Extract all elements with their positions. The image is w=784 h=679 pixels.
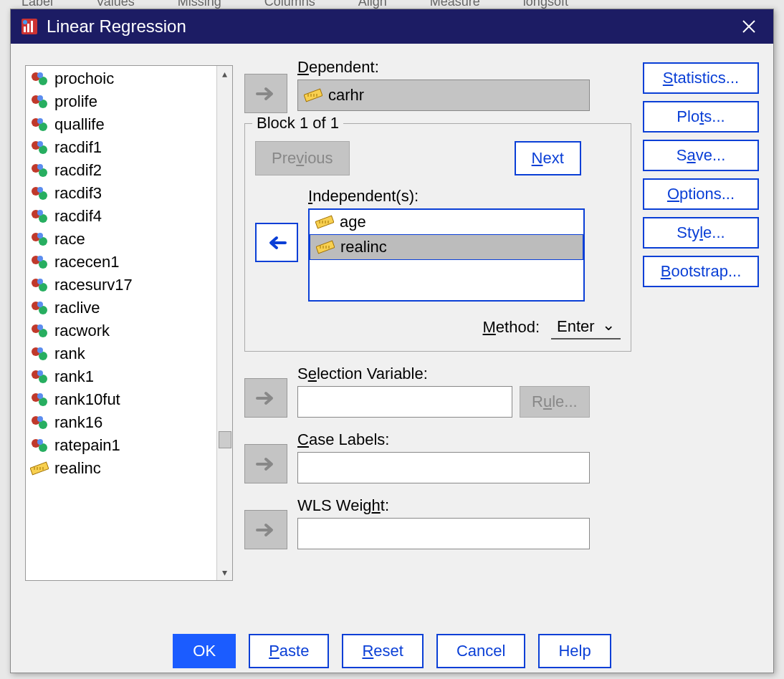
block-group: Block 1 of 1 Previous Next Independent(s…	[244, 123, 631, 352]
nominal-icon	[30, 277, 49, 293]
variable-item[interactable]: racesurv17	[26, 274, 216, 297]
scroll-down-icon[interactable]: ▾	[217, 564, 232, 580]
independent-label: Independent(s):	[308, 187, 585, 206]
nominal-icon	[30, 346, 49, 362]
options-button[interactable]: Options...	[643, 178, 759, 210]
svg-point-15	[37, 118, 43, 124]
nominal-icon	[30, 300, 49, 316]
svg-point-39	[37, 302, 43, 307]
variable-item[interactable]: racdif4	[26, 205, 216, 228]
svg-point-45	[37, 347, 43, 353]
variable-name: racdif1	[54, 138, 102, 157]
variable-name: prolife	[54, 92, 97, 111]
variable-item[interactable]: race	[26, 228, 216, 251]
independent-name: realinc	[340, 238, 387, 256]
svg-point-48	[37, 370, 43, 376]
variable-name: rank	[54, 345, 85, 363]
reset-button[interactable]: Reset	[342, 634, 423, 668]
svg-point-51	[37, 393, 43, 399]
nominal-icon	[30, 438, 49, 453]
svg-rect-58	[30, 462, 49, 475]
svg-point-24	[37, 187, 43, 193]
move-to-dependent-button[interactable]	[244, 74, 287, 113]
dependent-field[interactable]: carhr	[297, 80, 590, 111]
variable-name: realinc	[54, 459, 101, 478]
titlebar: Linear Regression	[11, 9, 773, 44]
variable-item[interactable]: raclive	[26, 297, 216, 319]
variable-item[interactable]: ratepain1	[26, 434, 216, 457]
app-icon	[21, 18, 38, 35]
svg-rect-3	[31, 21, 33, 32]
nominal-icon	[30, 186, 49, 201]
close-icon[interactable]	[735, 12, 763, 41]
next-button[interactable]: Next	[515, 141, 581, 175]
style-button[interactable]: Style...	[643, 217, 759, 249]
move-to-wls-button[interactable]	[244, 510, 287, 549]
scroll-thumb[interactable]	[219, 431, 231, 448]
variable-item[interactable]: prolife	[26, 90, 216, 113]
variable-item[interactable]: rank1	[26, 365, 216, 388]
method-select[interactable]: Enter	[551, 314, 621, 340]
variable-item[interactable]: racdif1	[26, 136, 216, 159]
scroll-up-icon[interactable]: ▴	[217, 66, 232, 82]
svg-point-57	[37, 439, 43, 445]
cancel-button[interactable]: Cancel	[436, 634, 525, 668]
variable-item[interactable]: rank	[26, 342, 216, 365]
variable-item[interactable]: racwork	[26, 319, 216, 342]
svg-point-30	[37, 233, 43, 239]
variable-item[interactable]: rank16	[26, 411, 216, 434]
nominal-icon	[30, 94, 49, 110]
variable-item[interactable]: racdif2	[26, 159, 216, 182]
nominal-icon	[30, 323, 49, 339]
method-label: Method:	[483, 318, 540, 337]
move-to-independent-button[interactable]	[255, 223, 298, 262]
variable-list[interactable]: prochoicprolifequalliferacdif1racdif2rac…	[25, 65, 233, 581]
variable-name: rank10fut	[54, 390, 120, 409]
wls-weight-field[interactable]	[297, 518, 590, 549]
independent-item[interactable]: realinc	[310, 234, 583, 260]
save-button[interactable]: Save...	[643, 140, 759, 171]
variable-name: racdif2	[54, 161, 102, 180]
svg-point-33	[37, 256, 43, 261]
block-title: Block 1 of 1	[252, 114, 343, 133]
wls-weight-label: WLS Weight:	[297, 496, 590, 515]
help-button[interactable]: Help	[538, 634, 611, 668]
variable-item[interactable]: realinc	[26, 457, 216, 480]
ok-button[interactable]: OK	[173, 634, 236, 668]
independents-list[interactable]: agerealinc	[308, 208, 585, 302]
svg-rect-1	[24, 27, 26, 32]
variable-name: rank16	[54, 413, 102, 432]
move-to-selection-button[interactable]	[244, 378, 287, 418]
variable-name: prochoic	[54, 69, 114, 88]
dialog-title: Linear Regression	[47, 16, 186, 37]
svg-rect-2	[27, 24, 29, 32]
variable-name: racesurv17	[54, 276, 133, 294]
variable-item[interactable]: racdif3	[26, 182, 216, 205]
move-to-caselabels-button[interactable]	[244, 444, 287, 483]
linear-regression-dialog: Linear Regression prochoicprolifequallif…	[10, 9, 774, 673]
ruler-icon	[30, 461, 49, 476]
variable-item[interactable]: prochoic	[26, 67, 216, 90]
nominal-icon	[30, 208, 49, 224]
variable-item[interactable]: quallife	[26, 113, 216, 136]
selection-variable-field[interactable]	[297, 386, 512, 418]
variable-item[interactable]: rank10fut	[26, 388, 216, 411]
svg-rect-63	[304, 89, 322, 102]
variable-item[interactable]: racecen1	[26, 251, 216, 274]
previous-button: Previous	[255, 141, 350, 175]
paste-button[interactable]: Paste	[249, 634, 329, 668]
svg-point-4	[23, 20, 27, 24]
independent-item[interactable]: age	[310, 210, 583, 234]
variable-name: racdif3	[54, 184, 102, 203]
case-labels-field[interactable]	[297, 452, 590, 483]
nominal-icon	[30, 140, 49, 155]
plots-button[interactable]: Plots...	[643, 101, 759, 133]
ruler-icon	[304, 87, 322, 103]
rule-button: Rule...	[520, 386, 590, 418]
nominal-icon	[30, 71, 49, 87]
nominal-icon	[30, 117, 49, 133]
nominal-icon	[30, 369, 49, 385]
scrollbar[interactable]: ▴ ▾	[216, 66, 232, 580]
bootstrap-button[interactable]: Bootstrap...	[643, 256, 759, 287]
statistics-button[interactable]: Statistics...	[643, 62, 759, 94]
